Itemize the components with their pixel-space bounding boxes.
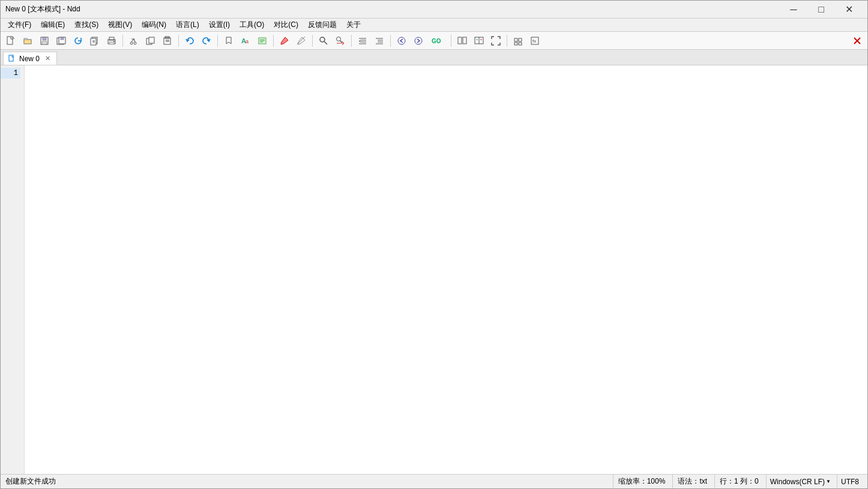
svg-point-37	[337, 37, 341, 41]
menu-about[interactable]: 关于	[342, 19, 366, 32]
reload-button[interactable]	[70, 34, 86, 48]
toolbar-sep-8	[451, 35, 451, 47]
translate-button[interactable]: A a	[238, 34, 253, 48]
svg-rect-64	[9, 55, 13, 61]
reload-icon	[73, 36, 83, 46]
save-copy-button[interactable]	[53, 34, 69, 48]
highlight-icon	[280, 36, 289, 46]
replace-button[interactable]	[333, 34, 348, 48]
menu-view[interactable]: 视图(V)	[103, 19, 137, 32]
indent-left-button[interactable]	[355, 34, 370, 48]
new-file-icon	[6, 36, 16, 46]
paste-button[interactable]	[160, 34, 175, 48]
menu-encoding[interactable]: 编码(N)	[137, 19, 171, 32]
svg-rect-23	[149, 37, 154, 43]
split-view-icon	[457, 36, 467, 46]
close-button[interactable]: ✕	[835, 1, 863, 19]
search-icon	[319, 36, 328, 46]
diff-view-button[interactable]	[471, 34, 487, 48]
maximize-button[interactable]: □	[807, 1, 835, 19]
toolbar-sep-5	[312, 35, 313, 47]
tab-close-button[interactable]: ✕	[43, 55, 52, 63]
svg-text:fx: fx	[532, 38, 536, 44]
macro-button[interactable]: fx	[527, 34, 543, 48]
encoding-dropdown[interactable]: UTF8	[837, 475, 863, 488]
tab-new0[interactable]: New 0 ✕	[3, 52, 57, 65]
line-ending-chevron: ▼	[826, 479, 831, 484]
line-number-1: 1	[1, 68, 20, 79]
menu-search[interactable]: 查找(S)	[70, 19, 103, 32]
toolbar-sep-7	[390, 35, 391, 47]
svg-text:GO: GO	[432, 38, 441, 44]
plugin-button[interactable]	[510, 34, 526, 48]
minimize-button[interactable]: ─	[780, 1, 807, 19]
close-all-button[interactable]	[849, 34, 865, 48]
menu-feedback[interactable]: 反馈问题	[303, 19, 342, 32]
new-file-button[interactable]	[3, 34, 19, 48]
svg-point-17	[130, 42, 133, 44]
plugin-icon	[513, 36, 523, 46]
menu-file[interactable]: 文件(F)	[3, 19, 36, 32]
menu-language[interactable]: 语言(L)	[171, 19, 204, 32]
indent-left-icon	[358, 36, 367, 46]
line-ending-dropdown[interactable]: Windows(CR LF) ▼	[766, 475, 834, 488]
svg-rect-2	[24, 40, 31, 44]
print-button[interactable]	[104, 34, 119, 48]
editor-textarea[interactable]	[25, 65, 867, 474]
save-copy-icon	[56, 36, 66, 46]
goto-button[interactable]: GO	[427, 34, 448, 48]
bookmark-button[interactable]	[221, 34, 237, 48]
svg-text:a: a	[246, 38, 249, 44]
svg-point-35	[320, 37, 325, 42]
word-wrap-icon	[258, 36, 267, 46]
svg-rect-59	[519, 43, 522, 45]
encoding-label: UTF8	[841, 478, 859, 486]
undo-button[interactable]	[182, 34, 197, 48]
menu-edit[interactable]: 编辑(E)	[36, 19, 70, 32]
status-message: 创建新文件成功	[5, 476, 610, 487]
title-text: New 0 [文本模式] - Ndd	[5, 4, 80, 14]
save-button[interactable]	[37, 34, 52, 48]
indent-right-icon	[375, 36, 384, 46]
svg-rect-4	[43, 37, 46, 40]
editor-container: 1	[1, 65, 867, 474]
close-all-icon	[852, 36, 862, 46]
svg-point-48	[415, 37, 422, 44]
menu-tools[interactable]: 工具(O)	[235, 19, 269, 32]
toolbar-sep-1	[122, 35, 123, 47]
clear-highlight-icon	[297, 36, 306, 46]
tabbar: New 0 ✕	[1, 50, 867, 65]
word-wrap-button[interactable]	[255, 34, 270, 48]
toolbar-sep-3	[217, 35, 218, 47]
svg-line-20	[134, 38, 135, 42]
goto-icon: GO	[432, 36, 444, 46]
close-file-button[interactable]	[87, 34, 103, 48]
toolbar-sep-9	[507, 35, 507, 47]
svg-rect-5	[42, 41, 47, 44]
cut-button[interactable]	[126, 34, 142, 48]
zoom-label: 缩放率：100%	[618, 476, 666, 487]
highlight-button[interactable]	[277, 34, 292, 48]
svg-rect-56	[514, 38, 517, 41]
zoom-status: 缩放率：100%	[613, 475, 671, 488]
statusbar: 创建新文件成功 缩放率：100% 语法：txt 行：1 列：0 Windows(…	[1, 474, 867, 488]
copy-icon	[146, 36, 155, 46]
search-button[interactable]	[316, 34, 331, 48]
copy-button[interactable]	[143, 34, 158, 48]
tab-file-icon	[8, 55, 16, 63]
open-file-button[interactable]	[20, 34, 35, 48]
fullscreen-button[interactable]	[488, 34, 504, 48]
syntax-label: 语法：txt	[678, 476, 707, 487]
prev-button[interactable]	[394, 34, 409, 48]
menu-settings[interactable]: 设置(I)	[204, 19, 235, 32]
redo-icon	[202, 36, 211, 46]
menu-compare[interactable]: 对比(C)	[269, 19, 303, 32]
next-icon	[414, 36, 423, 46]
indent-right-button[interactable]	[372, 34, 387, 48]
redo-button[interactable]	[199, 34, 214, 48]
fullscreen-icon	[491, 36, 501, 46]
svg-rect-51	[463, 37, 466, 44]
clear-highlight-button[interactable]	[294, 34, 309, 48]
next-button[interactable]	[411, 34, 426, 48]
split-view-button[interactable]	[454, 34, 470, 48]
